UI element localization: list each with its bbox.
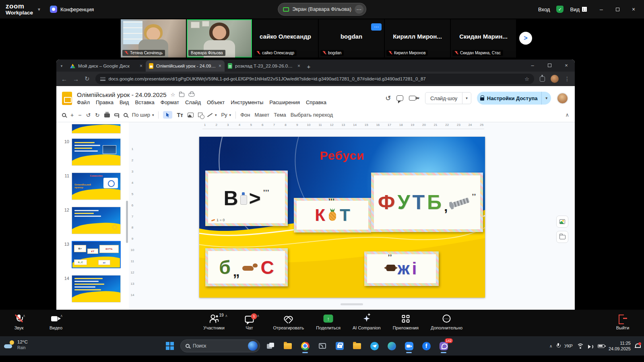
slide-thumb-preview[interactable]: В> КТ ФУТБ б,,С жі (72, 241, 121, 268)
video-tile-varvara[interactable]: Варвара Фільова (187, 19, 252, 58)
zoom-in-icon[interactable]: + (70, 112, 74, 118)
menu-item[interactable]: Расширения (269, 99, 300, 105)
move-folder-icon[interactable] (179, 93, 184, 97)
store-button[interactable] (333, 339, 347, 353)
menu-item[interactable]: Инструменты (231, 99, 263, 105)
redo-icon[interactable]: ↻ (95, 112, 100, 118)
chevron-down-icon[interactable]: ▼ (37, 7, 41, 12)
start-button[interactable] (163, 339, 177, 353)
edge-button[interactable] (385, 339, 398, 353)
login-button[interactable]: Вход (538, 6, 550, 12)
tab-presentation[interactable]: Олімпійський урок - 24.09.202 × (146, 60, 225, 72)
menu-item[interactable]: Вставка (135, 99, 154, 105)
slide-thumb-preview[interactable] (72, 138, 121, 166)
present-to-meet-button[interactable]: ▾ (409, 96, 419, 101)
search-menus-icon[interactable] (62, 113, 66, 117)
reload-icon[interactable]: ↻ (85, 75, 90, 82)
participants-chevron[interactable]: ∧ (225, 314, 228, 318)
version-history-icon[interactable]: ↺ (385, 94, 391, 103)
tab-search-icon[interactable]: ▾ (56, 60, 67, 72)
slide-thumb-preview[interactable]: Символіка Олімпійський прапор (72, 173, 121, 200)
bookmark-star-icon[interactable]: ☆ (524, 76, 529, 82)
menu-item[interactable]: Справка (306, 99, 326, 105)
browser-menu-icon[interactable]: ⋮ (564, 76, 570, 82)
chrome-button[interactable] (298, 339, 312, 353)
browser-close-button[interactable]: × (558, 60, 575, 71)
share-access-button[interactable]: Настройки Доступа ▾ (477, 92, 551, 105)
more-button[interactable]: ⋯ Дополнительно (431, 314, 462, 330)
video-tile-tetiana[interactable]: Тетяна Скочіпець (121, 19, 186, 58)
apps-button[interactable]: Приложения (393, 314, 419, 330)
folder-sidepanel-button[interactable] (556, 231, 568, 243)
tab-close-icon[interactable]: × (140, 63, 142, 69)
language-indicator[interactable]: УКР (564, 343, 573, 348)
notifications-bell-icon[interactable] (635, 343, 640, 349)
zoom-minimize-button[interactable]: – (593, 2, 609, 16)
misc-tool-dropdown[interactable]: Рy▾ (221, 112, 231, 118)
site-settings-icon[interactable] (100, 77, 105, 81)
comments-icon[interactable] (396, 95, 403, 101)
rebus-card-5[interactable]: ’’ ж і (364, 251, 439, 286)
paint-format-icon[interactable] (114, 113, 119, 116)
fit-zoom-dropdown[interactable]: По шир▾ (132, 112, 154, 118)
view-button[interactable]: Вид (570, 6, 587, 12)
file-explorer-button[interactable] (281, 339, 295, 353)
slide-thumb-preview[interactable] (72, 207, 121, 234)
menu-item[interactable]: Файл (77, 99, 90, 105)
zoom-maximize-button[interactable] (609, 2, 625, 16)
zoom-out-icon[interactable]: − (78, 112, 81, 118)
insert-shape-tool[interactable] (198, 113, 202, 117)
react-button[interactable]: Отреагировать (273, 314, 304, 330)
rebus-card-2[interactable]: К ’’’ Т (294, 198, 371, 232)
video-tile-skidan[interactable]: Скидан Марин... Скидан Марина, Стас (451, 19, 516, 58)
current-slide[interactable]: Ребуси В > ’’’ 1 = 0 К ’’’ (199, 137, 485, 298)
insert-image-tool[interactable] (188, 113, 194, 117)
zoom-close-button[interactable]: × (625, 2, 642, 16)
video-button[interactable]: ∧ Видео (44, 314, 68, 330)
tab-schedule[interactable]: розклад Т-23_22.09-26.09.25.d × (225, 60, 303, 72)
share-screen-button[interactable]: ↑ Поделиться (316, 314, 341, 330)
account-avatar[interactable] (557, 93, 568, 104)
battery-icon[interactable] (598, 344, 605, 348)
screen-share-pill[interactable]: Экран (Варвара Фільова) ⋯ (278, 3, 366, 16)
slide-thumbnail-partial[interactable] (61, 124, 129, 134)
telegram-button[interactable] (367, 339, 381, 353)
tile-options-button[interactable]: ⋯ (371, 23, 382, 31)
tab-close-icon[interactable]: × (219, 63, 221, 69)
layout-button[interactable]: Макет (254, 112, 269, 118)
slide-thumb-preview[interactable] (72, 124, 121, 134)
browser-maximize-button[interactable] (541, 60, 558, 71)
slides-app-icon[interactable] (62, 92, 72, 105)
undo-icon[interactable]: ↺ (86, 112, 91, 118)
slide-thumbnail-13-selected[interactable]: 13 В> КТ ФУТБ б,,С жі (61, 241, 129, 268)
chat-button[interactable]: 1∧ Чат (238, 314, 261, 330)
participants-button[interactable]: 19∧ Участники (202, 314, 226, 330)
collapse-toolbar-icon[interactable]: ∧ (565, 112, 569, 118)
slideshow-button[interactable]: Слайд-шоу ▾ (425, 92, 471, 104)
zoom-app-button[interactable] (402, 339, 416, 353)
menu-item[interactable]: Формат (161, 99, 179, 105)
video-tile-saiko[interactable]: сайко Олександр сайко Олександр (253, 19, 318, 58)
slide-thumbnail-14[interactable]: 14 (61, 275, 129, 302)
extensions-icon[interactable] (540, 76, 545, 82)
slide-title[interactable]: Ребуси (199, 149, 485, 162)
browser-profile-avatar[interactable] (551, 75, 559, 83)
menu-item[interactable]: Правка (96, 99, 114, 105)
menu-item[interactable]: Вид (120, 99, 129, 105)
share-access-dropdown[interactable]: ▾ (541, 92, 551, 105)
slide-thumb-preview[interactable] (72, 275, 121, 302)
slide-thumbnail-11[interactable]: 11 Символіка Олімпійський прапор (61, 173, 129, 200)
theme-button[interactable]: Тема (274, 112, 286, 118)
slide-filmstrip[interactable]: 10 11 Символіка (56, 122, 129, 311)
tray-expand-chevron[interactable]: ∧ (549, 344, 552, 348)
star-icon[interactable]: ☆ (171, 92, 175, 98)
slide-thumbnail-12[interactable]: 12 (61, 207, 129, 234)
ai-companion-button[interactable]: AI Companion (353, 314, 381, 330)
security-shield-icon[interactable]: ✓ (556, 6, 564, 13)
facebook-button[interactable]: f (419, 339, 433, 353)
tab-close-icon[interactable]: × (297, 63, 300, 69)
weather-widget[interactable]: 12°CRain (4, 339, 28, 351)
audio-button[interactable]: ∧ Звук (7, 314, 31, 330)
share-options-button[interactable]: ⋯ (355, 5, 363, 14)
slide-thumbnail-10[interactable]: 10 (61, 138, 129, 166)
